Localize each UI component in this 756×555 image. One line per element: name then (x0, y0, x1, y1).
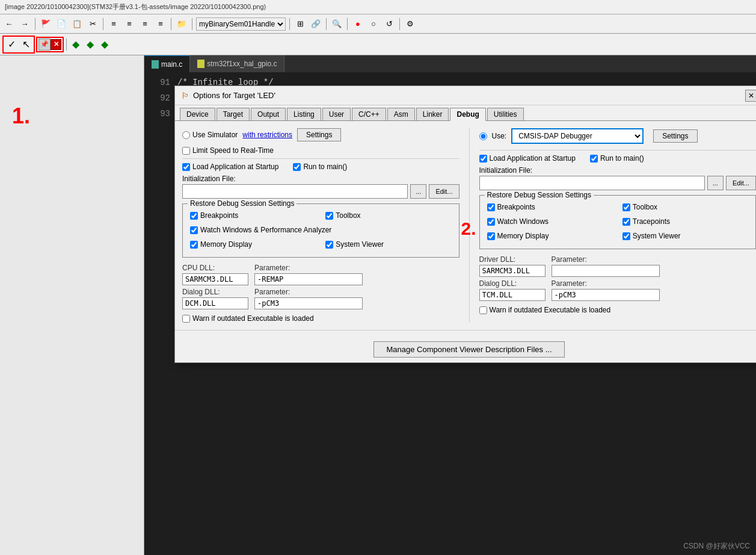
dialog-param-label-left: Parameter: (254, 288, 459, 296)
dialog-overlay: 🏳 Options for Target 'LED' ✕ Device Targ… (162, 73, 756, 555)
warn-checkbox-right[interactable] (479, 306, 487, 314)
sysviewer-checkbox-left[interactable] (325, 241, 333, 249)
dialog-param-input-right[interactable] (552, 289, 660, 301)
run-to-main-checkbox-right[interactable] (590, 155, 598, 163)
tab-stm32-hal[interactable]: stm32f1xx_hal_gpio.c (190, 55, 284, 72)
tab-linker[interactable]: Linker (416, 108, 449, 120)
init-input-left[interactable] (182, 184, 408, 199)
restrictions-link[interactable]: with restrictions (242, 131, 292, 139)
tab-user[interactable]: User (322, 108, 351, 120)
dialog-dll-input-right[interactable] (479, 289, 545, 301)
warn-checkbox-left[interactable] (182, 315, 190, 323)
right-settings-button[interactable]: Settings (653, 129, 697, 143)
highlighted-toolbar-group: ✓ ↖ (2, 36, 35, 54)
tab-main-c[interactable]: main.c (144, 55, 190, 72)
tab-cpp[interactable]: C/C++ (352, 108, 386, 120)
refresh-btn[interactable]: ↺ (383, 17, 396, 31)
watch-checkbox-left[interactable] (190, 226, 198, 234)
diamond-btn3[interactable]: ◆ (98, 38, 111, 51)
cut-btn[interactable]: ✂ (86, 17, 99, 31)
tab-listing[interactable]: Listing (287, 108, 321, 120)
limit-speed-checkbox[interactable] (182, 147, 190, 155)
dialog-close-button[interactable]: ✕ (745, 90, 756, 102)
browse-btn-right[interactable]: ... (707, 176, 724, 190)
init-input-right[interactable] (479, 176, 705, 190)
link-btn[interactable]: 🔗 (309, 17, 322, 31)
load-app-label-left: Load Application at Startup (192, 163, 278, 171)
bp-checkbox-left[interactable] (190, 212, 198, 220)
init-file-label-right: Initialization File: (479, 166, 757, 175)
search-btn[interactable]: 🔍 (330, 17, 343, 31)
use-radio[interactable] (479, 132, 487, 140)
sep3 (171, 18, 171, 30)
left-settings-button[interactable]: Settings (297, 128, 341, 141)
init-file-row-left: Initialization File: ... Edit... (182, 175, 459, 199)
dialog-param-input-left[interactable] (254, 297, 363, 309)
flag-btn[interactable]: 🚩 (39, 17, 52, 31)
cursor-btn[interactable]: ↖ (19, 38, 32, 51)
record-btn[interactable]: ● (351, 17, 364, 31)
sysviewer-checkbox-right[interactable] (622, 232, 630, 240)
code-editor[interactable]: main.c stm32f1xx_hal_gpio.c 91 /* Infini… (144, 55, 756, 555)
diamond-btn2[interactable]: ◆ (84, 38, 97, 51)
manage-component-button[interactable]: Manage Component Viewer Description File… (373, 341, 564, 358)
edit-btn-left[interactable]: Edit... (429, 184, 459, 199)
main-area: 1. main.c stm32f1xx_hal_gpio.c 91 /* Inf… (0, 55, 756, 555)
align-right-btn[interactable]: ≡ (138, 17, 152, 31)
bp-row-right: Breakpoints (487, 203, 613, 211)
circle-btn[interactable]: ○ (367, 17, 380, 31)
forward-btn[interactable]: → (18, 17, 31, 31)
back-btn[interactable]: ← (2, 17, 16, 31)
simulator-radio-label[interactable]: Use Simulator (182, 131, 238, 139)
tab-debug[interactable]: Debug (450, 108, 485, 121)
diamond-btn1[interactable]: ◆ (69, 38, 82, 51)
tab-asm[interactable]: Asm (387, 108, 415, 120)
load-app-checkbox-right[interactable] (479, 155, 487, 163)
debugger-dropdown[interactable]: CMSIS-DAP Debugger (511, 128, 644, 144)
sysviewer-row-left: System Viewer (325, 240, 451, 249)
dialog-title-text: Options for Target 'LED' (193, 91, 275, 100)
watch-checkbox-right[interactable] (487, 218, 495, 226)
run-to-main-label-right: Run to main() (600, 154, 644, 163)
run-to-main-checkbox-left[interactable] (293, 163, 301, 171)
folder-btn[interactable]: 📁 (175, 17, 188, 31)
dialog-dll-col-left: Dialog DLL: (182, 288, 248, 309)
memdisplay-checkbox-right[interactable] (487, 232, 495, 240)
left-sidebar: 1. (0, 55, 144, 555)
sep8 (399, 18, 400, 30)
pin-button[interactable]: 📌 (38, 39, 51, 51)
settings-btn-main[interactable]: ⚙ (404, 17, 417, 31)
close-small-button[interactable]: ✕ (51, 39, 61, 50)
dialog-dll-input-left[interactable] (182, 297, 248, 309)
tab-target[interactable]: Target (217, 108, 250, 120)
toolbox-checkbox-left[interactable] (325, 212, 333, 220)
handle-dropdown[interactable]: myBinarySem01Handle (196, 17, 286, 31)
justify-btn[interactable]: ≡ (154, 17, 167, 31)
driver-param-input[interactable] (552, 265, 660, 277)
browse-btn-left[interactable]: ... (410, 184, 426, 199)
check-btn[interactable]: ✓ (5, 38, 18, 51)
align-center-btn[interactable]: ≡ (123, 17, 136, 31)
tab-device[interactable]: Device (180, 108, 215, 120)
tab-output[interactable]: Output (251, 108, 286, 120)
driver-dll-input[interactable] (479, 265, 545, 277)
driver-param-col: Parameter: (552, 255, 757, 277)
bp-checkbox-right[interactable] (487, 203, 495, 211)
cpu-param-input[interactable] (254, 273, 363, 285)
copy-btn1[interactable]: 📄 (55, 17, 68, 31)
edit-btn-right[interactable]: Edit... (726, 176, 756, 190)
align-left-btn[interactable]: ≡ (107, 17, 120, 31)
tracepoints-checkbox-right[interactable] (622, 218, 630, 226)
banner-text: [image 20220/10100042300](STM32手册v3.1-包-… (5, 2, 266, 11)
cpu-dll-input[interactable] (182, 273, 248, 285)
toolbar-1: ← → 🚩 📄 📋 ✂ ≡ ≡ ≡ ≡ 📁 myBinarySem01Handl… (0, 14, 756, 34)
load-app-checkbox-left[interactable] (182, 163, 190, 171)
tab-utilities[interactable]: Utilities (487, 108, 524, 120)
grid-btn[interactable]: ⊞ (293, 17, 307, 31)
memdisplay-checkbox-left[interactable] (190, 241, 198, 249)
sep6 (326, 18, 327, 30)
copy-btn2[interactable]: 📋 (70, 17, 84, 31)
toolbox-checkbox-right[interactable] (622, 203, 630, 211)
restore-checkboxes-left: Breakpoints Toolbox Watch Windows & Perf… (190, 211, 452, 252)
simulator-radio[interactable] (182, 131, 190, 139)
